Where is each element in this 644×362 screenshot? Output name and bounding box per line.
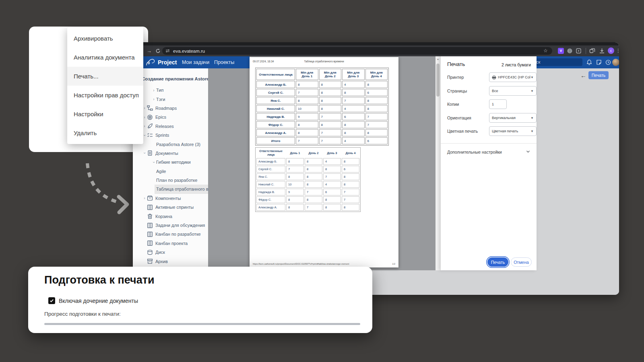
progress-bar (44, 323, 360, 325)
print-confirm-button[interactable]: Печать (487, 257, 508, 267)
sidebar-item-worktime-table[interactable]: Таблица отработанного времен (133, 185, 208, 193)
epics-icon (147, 114, 153, 120)
table-row: Надежда В.9767 (256, 189, 359, 195)
menu-item-access-rights[interactable]: Настройки прав доступ (67, 86, 143, 105)
sidebar-item-disk[interactable]: Диск (133, 248, 208, 257)
chevron-down-icon: ▼ (530, 116, 534, 120)
color-select[interactable]: Цветная печать▼ (489, 126, 537, 136)
components-icon (147, 195, 153, 201)
sidebar-item-tags[interactable]: ›Тэги (133, 95, 208, 103)
sidebar-item-trash[interactable]: Корзина (133, 212, 208, 220)
table-row: Яна С.8878 (256, 97, 388, 104)
table-row: Фёдор С.8887 (256, 196, 359, 203)
tab-groups-icon[interactable] (589, 48, 595, 54)
printer-row: Принтер HPFCE43C (HP Color La: ▼ (447, 72, 530, 82)
sidebar-item-components[interactable]: › Компоненты (133, 194, 208, 203)
trash-icon (147, 213, 153, 219)
pages-select[interactable]: Все▼ (489, 86, 537, 96)
sidebar-item-roadmaps[interactable]: › Roadmaps (133, 104, 208, 113)
preview-page-indicator: 1/2 (392, 263, 395, 265)
download-icon[interactable] (599, 48, 605, 54)
sidebar-item-releases[interactable]: › Releases (133, 122, 208, 131)
sidebar-item-tip[interactable]: ›Тип (133, 86, 208, 95)
notes-icon[interactable] (596, 59, 602, 66)
sidebar-item-active-sprints[interactable]: Активные спринты (133, 203, 208, 212)
table-row: Николай С.10848 (256, 181, 359, 188)
reload-icon[interactable] (155, 48, 161, 53)
brand-title[interactable]: Project (158, 56, 177, 68)
toolbar-separator (586, 48, 586, 54)
printer-icon (492, 75, 496, 80)
bell-icon[interactable] (586, 59, 592, 66)
sidebar-item-project-kanban[interactable]: Канбан проекта (133, 239, 208, 248)
color-row: Цветная печать Цветная печать▼ (447, 126, 530, 136)
print-cancel-button[interactable]: Отмена (511, 257, 532, 267)
scrollbar-up-icon[interactable]: ▲ (436, 56, 440, 62)
nav-my-tasks[interactable]: Мои задачи (182, 56, 209, 68)
disk-icon (147, 249, 153, 255)
menu-item-document-analytics[interactable]: Аналитика документа (67, 48, 143, 67)
chevron-right-icon[interactable]: › (151, 97, 156, 101)
table-row: Итого7746 (256, 137, 388, 144)
site-info-icon[interactable] (165, 49, 170, 53)
table-row: Александр А.8788 (256, 129, 388, 136)
menu-item-settings[interactable]: Настройки (67, 105, 143, 123)
table-row: Александр А.8788 (256, 204, 359, 211)
copies-input[interactable] (489, 99, 507, 109)
sidebar-item-dev-plan[interactable]: План по разработке (133, 176, 208, 185)
chevron-down-icon: ▼ (530, 89, 534, 93)
search-text: ск (536, 58, 540, 66)
sidebar-item-sprints[interactable]: › Sprints (133, 131, 208, 140)
sidebar-item-sprint-astore[interactable]: Разработка Astore (3) (133, 140, 208, 148)
board-icon (147, 222, 153, 228)
menu-item-delete[interactable]: Удалить (67, 123, 143, 142)
screenshot-root: ← → eva.evateam.ru ☆ V (0, 0, 644, 362)
table-row: Сергей С.7886 (256, 166, 359, 173)
browser-window: ← → eva.evateam.ru ☆ V (133, 42, 619, 295)
orientation-select[interactable]: Вертикальная▼ (489, 113, 537, 123)
profile-avatar[interactable]: c (608, 47, 614, 54)
print-settings-panel: Печать 2 листа бумаги Принтер HPFCE43C (… (440, 56, 537, 270)
scrollbar-thumb[interactable] (436, 64, 440, 97)
preview-scrollbar[interactable]: ▲ (436, 56, 440, 270)
board-icon (147, 231, 153, 237)
menu-item-print[interactable]: Печать... (67, 67, 143, 86)
checklist-icon (147, 132, 153, 138)
checkbox-label[interactable]: Включая дочерние документы (59, 298, 138, 304)
printer-select[interactable]: HPFCE43C (HP Color La: ▼ (489, 72, 537, 82)
sidebar-item-epics[interactable]: › Epics (133, 113, 208, 121)
page-back-arrow[interactable]: ← (580, 72, 586, 79)
nav-projects[interactable]: Проекты (214, 56, 234, 68)
chevron-down-icon (526, 150, 530, 154)
archive-icon (147, 258, 153, 264)
extension-icon[interactable] (576, 48, 582, 54)
more-settings-toggle[interactable]: Дополнительные настройки (447, 148, 530, 155)
board-icon (147, 204, 153, 210)
chevron-down-icon[interactable]: › (152, 160, 156, 165)
document-icon (147, 150, 153, 156)
bookmark-star-icon[interactable]: ☆ (543, 45, 548, 56)
forward-icon[interactable]: → (147, 45, 152, 56)
history-icon[interactable] (605, 59, 611, 66)
extension-v-icon[interactable]: V (558, 48, 564, 54)
table-row: Сергей С.7886 (256, 89, 388, 96)
kebab-menu-icon[interactable]: ⋮ (616, 45, 619, 56)
sidebar-item-agile-methods[interactable]: ›Гибкие методики (133, 158, 208, 167)
url-text[interactable]: eva.evateam.ru (173, 49, 205, 53)
sidebar-item-dev-kanban[interactable]: Канбан по разработке (133, 230, 208, 239)
user-avatar[interactable] (612, 59, 619, 66)
sidebar-item-archive[interactable]: Архив (133, 257, 208, 265)
chevron-down-icon[interactable]: › (142, 151, 147, 156)
menu-item-archive[interactable]: Архивировать (67, 29, 143, 48)
chevron-right-icon[interactable]: › (151, 88, 156, 93)
checkbox-checked[interactable] (48, 297, 55, 304)
chevron-right-icon[interactable]: › (142, 196, 147, 200)
browser-tab-strip (133, 42, 619, 45)
page-print-button[interactable]: Печать (588, 71, 609, 79)
globe-icon[interactable] (567, 48, 573, 54)
sidebar-item-documents[interactable]: › Документы (133, 149, 208, 158)
sidebar-item-agile[interactable]: Agile (133, 167, 208, 176)
url-bar[interactable]: eva.evateam.ru (162, 47, 552, 55)
sidebar-item-discussion-tasks[interactable]: Задачи для обсуждения (133, 221, 208, 230)
sidebar-project-title[interactable]: Создание приложения Astore (133, 74, 208, 84)
